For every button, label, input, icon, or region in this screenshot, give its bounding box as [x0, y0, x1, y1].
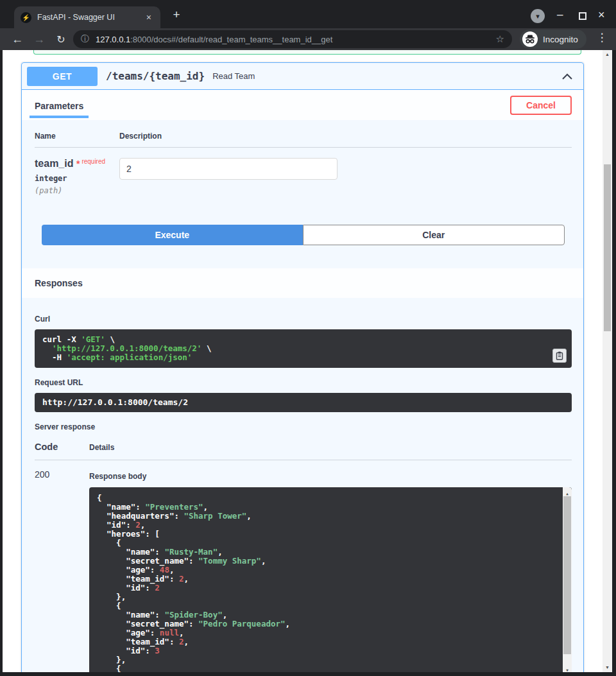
url-host: 127.0.0.1 — [96, 35, 130, 44]
scroll-down-icon[interactable]: ▼ — [563, 666, 572, 672]
parameter-type: integer — [35, 174, 119, 183]
parameters-section: Name Description team_id *required integ… — [22, 120, 583, 268]
required-label: required — [81, 158, 105, 165]
tab-parameters[interactable]: Parameters — [30, 92, 89, 118]
previous-opblock-bottom — [33, 50, 581, 55]
back-button[interactable]: ← — [8, 28, 27, 50]
response-body-label: Response body — [89, 472, 572, 481]
page-info-icon[interactable]: ⓘ — [81, 33, 89, 45]
responses-section: Curl curl -X 'GET' \ 'http://127.0.0.1:8… — [22, 298, 583, 672]
parameter-name-cell: team_id *required integer (path) — [35, 158, 119, 195]
cancel-button[interactable]: Cancel — [510, 96, 572, 115]
response-details-cell: Response body { "name": "Preventers", "h… — [89, 469, 572, 672]
browser-titlebar: ⚡ FastAPI - Swagger UI × + ▾ – × — [0, 0, 616, 28]
curl-label: Curl — [35, 315, 572, 324]
tab-close-icon[interactable]: × — [144, 12, 154, 22]
parameters-table-header: Name Description — [35, 132, 572, 148]
browser-menu-icon[interactable]: ⋮ — [595, 31, 608, 44]
response-body-scrollbar[interactable]: ▲ ▼ — [563, 487, 572, 672]
opblock-summary[interactable]: GET /teams/{team_id} Read Team — [22, 63, 583, 90]
copy-to-clipboard-button[interactable] — [552, 349, 567, 363]
collapse-chevron-icon[interactable] — [561, 73, 573, 80]
incognito-label: Incognito — [543, 35, 578, 44]
parameter-value-cell — [119, 158, 572, 195]
column-details: Details — [89, 443, 572, 452]
required-star: * — [76, 159, 80, 169]
server-response-row: 200 Response body { "name": "Preventers"… — [35, 460, 572, 672]
parameters-header-row: Parameters Cancel — [22, 90, 583, 120]
parameter-row: team_id *required integer (path) — [35, 148, 572, 195]
url-text[interactable]: 127.0.0.1:8000/docs#/default/read_team_t… — [96, 35, 491, 44]
page-scrollbar-thumb[interactable] — [604, 164, 611, 331]
url-path: :8000/docs#/default/read_team_teams__tea… — [130, 35, 332, 44]
column-name: Name — [35, 132, 119, 141]
window-maximize-button[interactable] — [579, 12, 586, 20]
fastapi-favicon-icon: ⚡ — [21, 12, 31, 23]
page-viewport: GET /teams/{team_id} Read Team Parameter… — [3, 50, 612, 672]
execute-button[interactable]: Execute — [42, 225, 303, 245]
response-scrollbar-thumb[interactable] — [563, 496, 571, 654]
incognito-icon — [522, 31, 538, 47]
endpoint-summary: Read Team — [212, 71, 255, 81]
method-badge: GET — [27, 67, 98, 86]
parameter-location: (path) — [35, 186, 119, 195]
responses-header: Responses — [22, 268, 583, 298]
server-response-table-header: Code Details — [35, 442, 572, 460]
responses-title: Responses — [35, 278, 83, 288]
bookmark-star-icon[interactable]: ☆ — [496, 33, 504, 45]
clear-button[interactable]: Clear — [303, 225, 565, 245]
column-code: Code — [35, 442, 89, 452]
column-description: Description — [119, 132, 572, 141]
team-id-input[interactable] — [119, 158, 338, 180]
media-controls-icon[interactable]: ▾ — [531, 9, 545, 23]
window-close-button[interactable]: × — [598, 8, 605, 22]
incognito-badge: Incognito — [520, 30, 586, 49]
server-response-label: Server response — [35, 422, 572, 431]
tab-title: FastAPI - Swagger UI — [37, 13, 144, 22]
parameter-name: team_id *required — [35, 158, 119, 169]
page-scroll-down-icon[interactable]: ▼ — [603, 665, 612, 670]
window-minimize-button[interactable]: – — [557, 8, 563, 21]
browser-tab[interactable]: ⚡ FastAPI - Swagger UI × — [14, 6, 160, 28]
request-url-value: http://127.0.0.1:8000/teams/2 — [35, 393, 572, 412]
reload-button[interactable]: ↻ — [51, 28, 71, 50]
new-tab-button[interactable]: + — [168, 8, 185, 22]
execute-row: Execute Clear — [42, 225, 565, 268]
endpoint-path: /teams/{team_id} — [106, 70, 205, 82]
curl-code-block: curl -X 'GET' \ 'http://127.0.0.1:8000/t… — [35, 329, 572, 368]
page-scroll-up-icon[interactable]: ▲ — [603, 52, 612, 56]
opblock-get-read-team: GET /teams/{team_id} Read Team Parameter… — [21, 62, 584, 672]
response-body-block: { "name": "Preventers", "headquarters": … — [89, 487, 572, 672]
request-url-label: Request URL — [35, 378, 572, 387]
page-scrollbar[interactable]: ▲ ▼ — [603, 50, 612, 672]
status-code: 200 — [35, 469, 89, 672]
forward-button[interactable]: → — [30, 28, 49, 50]
url-bar[interactable]: ⓘ 127.0.0.1:8000/docs#/default/read_team… — [73, 30, 512, 48]
